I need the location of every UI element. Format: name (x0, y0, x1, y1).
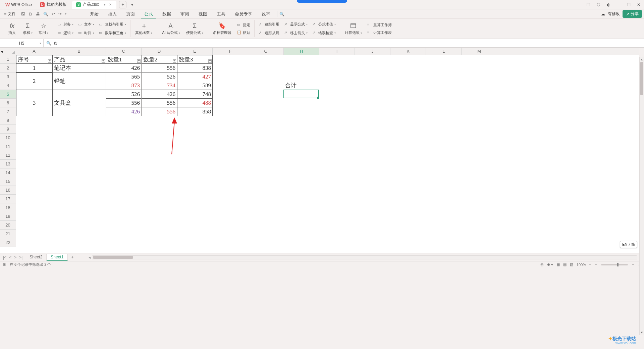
cell[interactable]: 734 (142, 81, 177, 90)
sheet-last-icon[interactable]: >| (18, 255, 23, 260)
vertical-scrollbar[interactable]: ▲ ▼ (639, 57, 644, 268)
sheet-tab[interactable]: Sheet1 (47, 254, 68, 261)
cell[interactable]: 589 (177, 81, 213, 90)
fn-category-button[interactable]: ▭查找与引用 ▾ (98, 21, 127, 28)
maximize-icon[interactable]: ❐ (625, 2, 632, 7)
cell[interactable]: 526 (106, 90, 142, 99)
audit-button[interactable]: ↗追踪引用 (257, 21, 281, 28)
row-header[interactable]: 21 (0, 230, 16, 238)
preview-icon[interactable]: 🔍 (43, 12, 48, 16)
chevron-down-icon[interactable]: ▾ (40, 42, 41, 45)
column-header[interactable]: C (106, 48, 142, 55)
cell[interactable]: 数量2 (142, 55, 177, 64)
cell[interactable]: 858 (177, 107, 213, 116)
hscroll-left-icon[interactable]: ◂ (87, 255, 92, 260)
status-icon[interactable]: ⊞ (3, 262, 6, 267)
row-header[interactable]: 19 (0, 212, 16, 221)
row-header[interactable]: 20 (0, 221, 16, 230)
column-header[interactable]: F (213, 48, 248, 55)
column-header[interactable]: G (248, 48, 284, 55)
scroll-thumb[interactable] (93, 256, 133, 259)
zoom-fx-icon[interactable]: 🔍 (46, 41, 51, 46)
ribbon-tab[interactable]: 页面 (123, 10, 138, 18)
sheet-tab[interactable]: Sheet2 (25, 254, 47, 261)
fn-category-button[interactable]: ▭文本 ▾ (77, 21, 96, 28)
fn-category-button[interactable]: ▭时间 ▾ (77, 30, 96, 36)
fn-category-button[interactable]: ▭数学和三角 ▾ (98, 30, 127, 36)
column-header[interactable]: M (462, 48, 497, 55)
fill-handle[interactable] (317, 97, 319, 99)
audit-button[interactable]: ↗错误检查 ▾ (311, 30, 337, 36)
fx-icon[interactable]: fx (54, 41, 57, 46)
tab-list-button[interactable]: ▾ (128, 1, 136, 8)
row-header[interactable]: 3 (0, 72, 16, 81)
column-header[interactable]: I (319, 48, 355, 55)
minimize-icon[interactable]: — (615, 2, 622, 7)
ribbon-tab[interactable]: 公式 (141, 10, 156, 18)
cell[interactable]: 748 (177, 90, 213, 99)
cells-area[interactable]: 序号产品数量1数量2数量31笔记本4265568382铅笔56552642787… (16, 55, 639, 253)
row-header[interactable]: 17 (0, 195, 16, 203)
sheet-next-icon[interactable]: > (13, 255, 17, 260)
doc-tab-templates[interactable]: D 找稻壳模板 (36, 1, 71, 9)
search-button[interactable]: 🔍 (277, 11, 286, 17)
column-header[interactable]: H (284, 48, 319, 55)
ribbon-tab[interactable]: 会员专享 (231, 10, 256, 18)
zoom-in-icon[interactable]: ＋ (631, 262, 635, 267)
ai-formula-button[interactable]: AᵢAI 写公式 ▾ (160, 21, 182, 36)
spreadsheet-grid[interactable]: ◂ ABCDEFGHIJKLM 123456789101112131415161… (0, 48, 639, 253)
row-header[interactable]: 10 (0, 134, 16, 142)
cell[interactable]: 序号 (16, 55, 52, 64)
ime-badge[interactable]: EN ♪ 简 (620, 241, 637, 248)
row-header[interactable]: 7 (0, 107, 16, 116)
other-fn-button[interactable]: ⌗其他函数 ▾ (133, 22, 154, 36)
ribbon-tab[interactable]: 开始 (87, 10, 102, 18)
view-normal-icon[interactable]: ▦ (556, 262, 560, 267)
column-header[interactable]: A (16, 48, 52, 55)
insert-fn-button[interactable]: fx插入 (5, 22, 19, 36)
view-page-icon[interactable]: ▤ (563, 262, 567, 267)
cell[interactable]: 笔记本 (52, 64, 106, 72)
doc-tab-file[interactable]: S 产品.xlsx ● ✕ (72, 1, 116, 9)
cell[interactable]: 556 (142, 64, 177, 72)
row-header[interactable]: 12 (0, 151, 16, 160)
column-header[interactable]: K (390, 48, 426, 55)
ribbon-tab[interactable]: 数据 (159, 10, 174, 18)
cell[interactable]: 426 (106, 107, 142, 116)
filter-icon[interactable] (173, 59, 176, 63)
cell[interactable]: 565 (106, 72, 142, 81)
file-menu[interactable]: ≡ 文件 (2, 11, 18, 17)
fn-category-button[interactable]: ▭逻辑 ▾ (56, 30, 75, 36)
horizontal-scrollbar[interactable] (92, 255, 637, 259)
column-header[interactable]: L (426, 48, 462, 55)
name-manager-button[interactable]: 🔖名称管理器 (211, 21, 233, 36)
cell[interactable]: 数量1 (106, 55, 142, 64)
cell[interactable]: 铅笔 (52, 72, 106, 90)
filter-icon[interactable] (48, 59, 51, 63)
target-icon[interactable]: ⊕ ▾ (547, 262, 553, 267)
audit-button[interactable]: ↗追踪从属 (257, 30, 281, 36)
cell[interactable]: 556 (142, 107, 177, 116)
undo-icon[interactable]: ↶ (52, 12, 55, 16)
cell[interactable]: 488 (177, 99, 213, 107)
cell[interactable]: 2 (16, 72, 52, 90)
cell[interactable]: 文具盒 (52, 90, 106, 116)
new-tab-button[interactable]: ＋ (119, 1, 126, 8)
cell[interactable]: 产品 (52, 55, 106, 64)
column-header[interactable]: D (142, 48, 177, 55)
layout-icon[interactable]: ❐ (585, 2, 592, 7)
row-header[interactable]: 5 (0, 90, 16, 99)
calc-options-button[interactable]: 🗔计算选项 ▾ (343, 22, 364, 36)
ribbon-tab[interactable]: 插入 (105, 10, 120, 18)
row-header[interactable]: 9 (0, 125, 16, 134)
close-icon[interactable]: ✕ (635, 2, 642, 7)
redo-icon[interactable]: ↷ (58, 12, 62, 16)
cell[interactable]: 873 (106, 81, 142, 90)
quick-formula-button[interactable]: Σ便捷公式 ▾ (184, 22, 205, 36)
name-box[interactable]: H5▾ (0, 39, 44, 47)
cell[interactable]: 426 (106, 64, 142, 72)
filter-icon[interactable] (137, 59, 141, 63)
cube-icon[interactable]: ⬡ (595, 2, 602, 7)
column-header[interactable]: E (177, 48, 213, 55)
scroll-up-icon[interactable]: ▲ (640, 58, 644, 61)
